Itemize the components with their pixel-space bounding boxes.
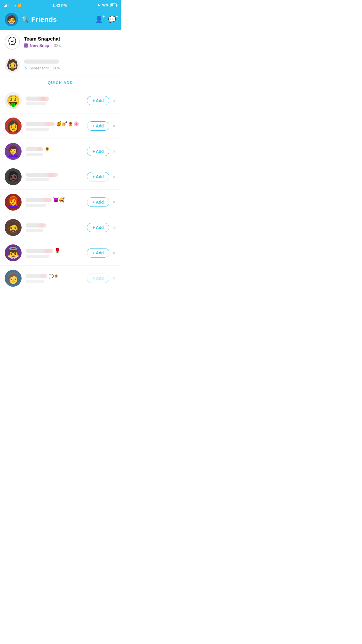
- dismiss-button-5[interactable]: ✕: [112, 200, 116, 205]
- wifi-icon: 📶: [17, 3, 22, 7]
- qa-sub-blurred-7: [26, 255, 49, 258]
- signal-bars: [4, 4, 8, 7]
- qa-name-blurred-7: [26, 249, 53, 253]
- team-snapchat-row[interactable]: Team Snapchat New Snap · 33w: [0, 30, 121, 54]
- qa-name-blurred-5: [26, 198, 52, 202]
- qa-info-1: [26, 97, 83, 105]
- search-icon[interactable]: 🔍: [22, 16, 29, 23]
- qa-name-row-2: 🍯💅🌻🌸.: [26, 121, 83, 127]
- qa-name-row-6: [26, 223, 83, 228]
- team-snapchat-info: Team Snapchat New Snap · 33w: [24, 36, 116, 48]
- header-title-area: 🔍 Friends: [22, 15, 92, 24]
- qa-name-blurred-2: [26, 122, 55, 126]
- status-left: mt:s 📶: [4, 3, 22, 7]
- dismiss-button-8[interactable]: ✕: [112, 276, 116, 281]
- qa-name-row-8: 💬🌻: [26, 274, 83, 279]
- qa-actions-7: + Add ✕: [87, 248, 116, 258]
- friends-container: Team Snapchat New Snap · 33w 🧔 ✳ Screens…: [0, 30, 121, 291]
- add-button-6[interactable]: + Add: [87, 223, 109, 232]
- user-avatar[interactable]: 🧑: [5, 13, 18, 26]
- dismiss-button-2[interactable]: ✕: [112, 123, 116, 129]
- quick-add-item-8: 👩 💬🌻 + Add ✕: [0, 266, 121, 291]
- dismiss-button-7[interactable]: ✕: [112, 250, 116, 256]
- qa-name-row-7: 🌹: [26, 248, 83, 253]
- add-button-3[interactable]: + Add: [87, 147, 109, 156]
- qa-avatar-8: 👩: [5, 270, 22, 287]
- qa-emoji-3: 🌻: [44, 146, 50, 152]
- qa-sub-blurred-4: [26, 178, 49, 181]
- qa-avatar-7: 👼: [5, 244, 22, 261]
- qa-name-blurred-3: [26, 147, 43, 151]
- plus-add-chat: +: [116, 15, 118, 19]
- add-friend-button[interactable]: 👤 +: [95, 16, 103, 23]
- status-bar: mt:s 📶 1:43 PM ➤ 37%: [0, 0, 121, 10]
- battery-icon: [110, 4, 117, 7]
- qa-name-row-3: 🌻: [26, 146, 83, 152]
- friend-info-1: ✳ Screenshot · 30w: [24, 60, 116, 71]
- quick-add-item-3: 👩‍🦱 🌻 + Add ✕: [0, 139, 121, 164]
- qa-actions-1: + Add ✕: [87, 96, 116, 105]
- qa-name-blurred-1: [26, 97, 49, 101]
- add-chat-button[interactable]: 💬 +: [108, 16, 116, 23]
- friend-sub: ✳ Screenshot · 30w: [24, 65, 116, 71]
- friend-name-blurred: [24, 60, 59, 64]
- screenshot-label: Screenshot: [29, 66, 49, 70]
- qa-sub-blurred-6: [26, 229, 43, 232]
- qa-actions-2: + Add ✕: [87, 121, 116, 131]
- quick-add-item-4: 🧔🏿 + Add ✕: [0, 164, 121, 190]
- quick-add-header: QUICK ADD: [0, 76, 121, 88]
- qa-info-5: 😈🥰: [26, 197, 83, 207]
- qa-info-6: [26, 223, 83, 232]
- dismiss-button-4[interactable]: ✕: [112, 174, 116, 180]
- qa-name-blurred-4: [26, 173, 58, 177]
- qa-name-blurred-8: [26, 274, 48, 278]
- qa-sub-blurred-2: [26, 128, 49, 131]
- add-button-5[interactable]: + Add: [87, 197, 109, 207]
- qa-sub-blurred-3: [26, 153, 43, 156]
- location-icon: ➤: [97, 3, 100, 7]
- qa-info-7: 🌹: [26, 248, 83, 258]
- qa-emoji-5: 😈🥰: [53, 197, 65, 203]
- header-actions: 👤 + 💬 +: [95, 16, 116, 23]
- dismiss-button-1[interactable]: ✕: [112, 98, 116, 104]
- add-button-4[interactable]: + Add: [87, 172, 109, 181]
- qa-name-row-5: 😈🥰: [26, 197, 83, 203]
- team-snapchat-name: Team Snapchat: [24, 36, 116, 42]
- add-button-8[interactable]: + Add: [87, 274, 109, 283]
- add-button-1[interactable]: + Add: [87, 96, 109, 105]
- qa-name-row-4: [26, 173, 83, 177]
- qa-name-blurred-6: [26, 223, 46, 228]
- qa-actions-5: + Add ✕: [87, 197, 116, 207]
- team-snapchat-status: New Snap · 33w: [24, 43, 116, 48]
- quick-add-item-1: 🤑 + Add ✕: [0, 88, 121, 113]
- qa-info-2: 🍯💅🌻🌸.: [26, 121, 83, 131]
- qa-info-8: 💬🌻: [26, 274, 83, 283]
- qa-sub-blurred-5: [26, 204, 46, 207]
- friend-time: 30w: [53, 66, 60, 70]
- add-button-7[interactable]: + Add: [87, 248, 109, 258]
- dismiss-button-3[interactable]: ✕: [112, 149, 116, 154]
- header: 🧑 🔍 Friends 👤 + 💬 +: [0, 10, 121, 30]
- friend-time-dot: ·: [50, 66, 52, 70]
- screenshot-icon: ✳: [24, 65, 28, 71]
- quick-add-item-6: 🧔 + Add ✕: [0, 215, 121, 240]
- friend-row[interactable]: 🧔 ✳ Screenshot · 30w: [0, 54, 121, 76]
- dismiss-button-6[interactable]: ✕: [112, 225, 116, 230]
- qa-avatar-1: 🤑: [5, 92, 22, 109]
- carrier-text: mt:s: [10, 4, 16, 7]
- qa-emoji-7: 🌹: [55, 248, 60, 253]
- team-snapchat-avatar: [5, 34, 20, 50]
- status-right: ➤ 37%: [97, 3, 117, 7]
- qa-sub-blurred-1: [26, 102, 46, 105]
- qa-emoji-2: 🍯💅🌻🌸.: [56, 121, 80, 127]
- qa-actions-6: + Add ✕: [87, 223, 116, 232]
- quick-add-item-5: 👩‍🦰 😈🥰 + Add ✕: [0, 190, 121, 215]
- qa-avatar-2: 👩: [5, 118, 22, 134]
- add-friend-icon: 👤: [95, 16, 103, 23]
- quick-add-item-2: 👩 🍯💅🌻🌸. + Add ✕: [0, 113, 121, 139]
- qa-emoji-8: 💬🌻: [49, 274, 59, 279]
- quick-add-label: QUICK ADD: [48, 80, 73, 85]
- page-title: Friends: [31, 15, 57, 24]
- add-button-2[interactable]: + Add: [87, 121, 109, 131]
- qa-actions-3: + Add ✕: [87, 147, 116, 156]
